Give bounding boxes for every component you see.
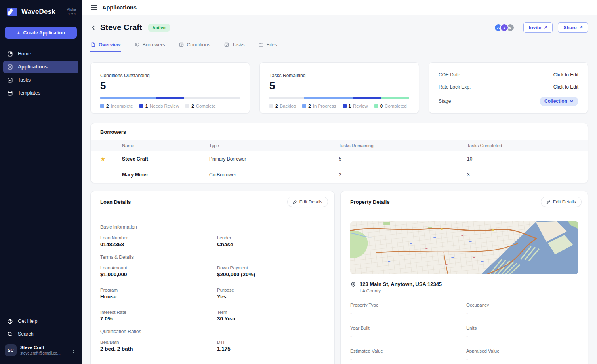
legend-swatch [302, 104, 306, 108]
table-row[interactable]: Mary Miner Co-Borrower 2 3 [91, 167, 588, 183]
collaborator-avatars: A J S [494, 23, 515, 32]
section-heading: Qualification Ratios [100, 329, 325, 334]
chevron-down-icon [570, 99, 574, 103]
external-arrow-icon: ↗ [544, 25, 547, 30]
templates-icon [7, 90, 13, 96]
page-header: Steve Craft Active A J S Invite ↗ Share … [90, 22, 588, 33]
field-term: Term 30 Year [217, 310, 325, 322]
status-badge: Active [148, 24, 170, 32]
card-title: Tasks Remaining [269, 73, 409, 78]
user-account-row[interactable]: SC Steve Craft steve.craft@gmail.co... ⋮ [0, 340, 82, 361]
property-details-title: Property Details [350, 199, 390, 205]
external-arrow-icon: ↗ [579, 25, 583, 30]
question-circle-icon [7, 318, 13, 324]
tab-tasks[interactable]: Tasks [224, 42, 245, 52]
field-loan-amount: Loan Amount $1,000,000 [100, 265, 217, 277]
tasks-legend: 2Backlog 2In Progress 1Review 0Completed [269, 104, 409, 108]
table-row[interactable]: ★ Steve Craft Primary Borrower 5 10 [91, 151, 588, 167]
main-area: Applications Steve Craft Active A J S I [82, 0, 597, 364]
field-interest-rate: Interest Rate 7.0% [100, 310, 217, 322]
key-dates-card: COE Date Click to Edit Rate Lock Exp. Cl… [429, 62, 588, 114]
user-menu-dots-icon[interactable]: ⋮ [69, 347, 78, 354]
pencil-icon [546, 200, 551, 204]
address-row: 123 Main St, Anytown, USA 12345 LA Count… [350, 281, 578, 293]
borrowers-table-header: Name Type Tasks Remaining Tasks Complete… [91, 140, 588, 151]
section-heading: Basic Information [100, 224, 325, 230]
sidebar-item-templates[interactable]: Templates [3, 87, 78, 99]
tab-overview[interactable]: Overview [90, 42, 121, 52]
applications-icon [7, 64, 13, 70]
get-help-button[interactable]: Get Help [3, 315, 78, 328]
create-application-button[interactable]: + Create Application [5, 27, 77, 39]
topbar-title: Applications [102, 4, 137, 11]
coe-date-edit[interactable]: Click to Edit [553, 72, 578, 78]
app-window: WaveDesk Alpha 1.2.1 + Create Applicatio… [0, 0, 597, 364]
page-title: Steve Craft [100, 23, 142, 32]
field-loan-number: Loan Number 01482358 [100, 235, 217, 247]
star-icon: ★ [91, 155, 122, 163]
app-name: WaveDesk [21, 8, 55, 16]
tasks-remaining-card: Tasks Remaining 5 2Backlog 2In Progress … [259, 62, 419, 114]
sidebar-item-home[interactable]: Home [3, 47, 78, 60]
tasks-progress-bar [269, 97, 409, 99]
checkbox-icon [224, 42, 229, 47]
rate-lock-label: Rate Lock Exp. [439, 84, 471, 90]
legend-swatch [185, 104, 189, 108]
property-map [350, 221, 578, 274]
share-button[interactable]: Share ↗ [558, 22, 588, 33]
legend-swatch [343, 104, 347, 108]
sidebar-nav: Home Applications Tasks Templates [0, 47, 82, 99]
conditions-count: 5 [100, 80, 240, 92]
legend-swatch [100, 104, 104, 108]
folder-icon [258, 42, 264, 47]
borrowers-title: Borrowers [91, 123, 588, 140]
location-pin-icon [350, 282, 356, 288]
tasks-check-icon [7, 77, 13, 83]
col-tasks-remaining: Tasks Remaining [339, 143, 467, 148]
user-email: steve.craft@gmail.co... [20, 351, 61, 356]
back-chevron-icon[interactable] [90, 25, 97, 31]
coe-date-label: COE Date [439, 72, 460, 78]
property-county: LA County [360, 288, 442, 293]
field-appraised-value: Appraised Value - [466, 349, 578, 362]
borrowers-card: Borrowers Name Type Tasks Remaining Task… [90, 123, 588, 183]
sidebar: WaveDesk Alpha 1.2.1 + Create Applicatio… [0, 0, 82, 364]
legend-swatch [374, 104, 378, 108]
tab-files[interactable]: Files [258, 42, 277, 52]
app-version: Alpha 1.2.1 [67, 7, 76, 17]
field-lender: Lender Chase [217, 235, 325, 247]
hamburger-menu-icon[interactable] [91, 5, 97, 10]
user-avatar: SC [5, 344, 17, 356]
field-dti: DTI 1.175 [217, 340, 325, 352]
summary-cards-row: Conditions Outstanding 5 2Incomplete 1Ne… [90, 62, 588, 114]
field-bed-bath: Bed/Bath 2 bed, 2 bath [100, 340, 217, 352]
rate-lock-edit[interactable]: Click to Edit [553, 84, 578, 90]
edit-property-details-button[interactable]: Edit Details [541, 197, 582, 207]
tab-bar: Overview Borrowers Conditions Tasks File… [90, 42, 588, 52]
tab-borrowers[interactable]: Borrowers [134, 42, 165, 52]
topbar: Applications [82, 0, 597, 15]
stage-dropdown[interactable]: Collection [540, 97, 578, 106]
legend-swatch [269, 104, 273, 108]
field-units: Units - [466, 326, 578, 339]
conditions-legend: 2Incomplete 1Needs Review 2Complete [100, 104, 240, 108]
sidebar-item-applications[interactable]: Applications [3, 61, 78, 73]
field-down-payment: Down Payment $200,000 (20%) [217, 265, 325, 277]
plus-icon: + [17, 30, 20, 36]
document-icon [90, 42, 96, 47]
field-year-built: Year Built - [350, 326, 466, 339]
field-purpose: Purpose Yes [217, 288, 325, 300]
stage-label: Stage [439, 99, 451, 104]
field-estimated-value: Estimated Value - [350, 349, 466, 362]
details-row: Loan Details Edit Details Basic Informat… [90, 191, 588, 364]
wavedesk-logo-icon [6, 6, 18, 18]
search-button[interactable]: Search [3, 328, 78, 340]
invite-button[interactable]: Invite ↗ [523, 22, 553, 33]
page-content: Steve Craft Active A J S Invite ↗ Share … [82, 15, 597, 364]
logo-row: WaveDesk Alpha 1.2.1 [0, 0, 82, 18]
pencil-icon [293, 200, 297, 204]
edit-loan-details-button[interactable]: Edit Details [287, 197, 328, 207]
avatar-j[interactable]: J [500, 23, 509, 32]
sidebar-item-tasks[interactable]: Tasks [3, 74, 78, 86]
tab-conditions[interactable]: Conditions [179, 42, 210, 52]
